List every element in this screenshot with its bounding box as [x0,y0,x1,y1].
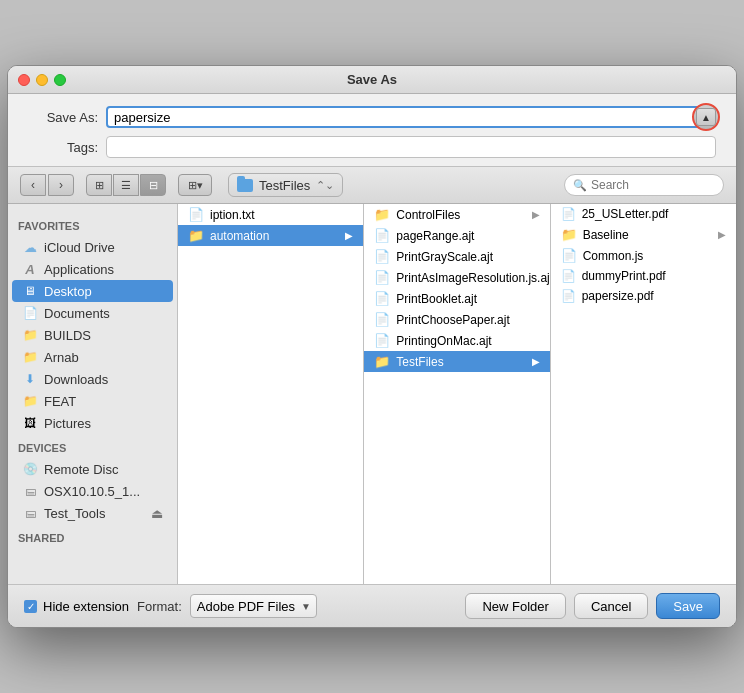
file-item[interactable]: 📄 PrintAsImageResolution.js.ajt [364,267,549,288]
maximize-button[interactable] [54,74,66,86]
location-text: TestFiles [259,178,310,193]
file-name: ControlFiles [396,208,460,222]
file-panel-2: 📁 ControlFiles ▶ 📄 pageRange.ajt 📄 Print… [364,204,550,584]
sidebar-item-documents[interactable]: 📄 Documents [12,302,173,324]
expand-button[interactable]: ▲ [692,103,720,131]
file-icon: 📄 [374,270,390,285]
folder-icon [237,179,253,192]
eject-icon[interactable]: ⏏ [151,506,163,521]
tags-row: Tags: [8,134,736,166]
file-panel-3: 📄 25_USLetter.pdf 📁 Baseline ▶ 📄 Common.… [551,204,736,584]
hide-extension-label: Hide extension [43,599,129,614]
minimize-button[interactable] [36,74,48,86]
file-item[interactable]: 📄 dummyPrint.pdf [551,266,736,286]
apps-icon: A [22,261,38,277]
sidebar-item-label: BUILDS [44,328,91,343]
hide-extension-checkbox[interactable]: ✓ [24,600,37,613]
file-icon: 📄 [374,333,390,348]
folder-icon: 📁 [561,227,577,242]
folder-icon: 📁 [22,349,38,365]
file-item[interactable]: 📄 PrintChoosePaper.ajt [364,309,549,330]
save-as-label: Save As: [28,110,98,125]
toolbar: ‹ › ⊞ ☰ ⊟ ⊞▾ TestFiles ⌃⌄ 🔍 [8,166,736,204]
sidebar-item-desktop[interactable]: 🖥 Desktop [12,280,173,302]
disc-icon: 💿 [22,461,38,477]
cancel-button[interactable]: Cancel [574,593,648,619]
file-icon: 📄 [561,269,576,283]
file-item[interactable]: 📄 iption.txt [178,204,363,225]
file-name: PrintAsImageResolution.js.ajt [396,271,550,285]
sidebar-item-builds[interactable]: 📁 BUILDS [12,324,173,346]
tags-input[interactable] [106,136,716,158]
sidebar-item-label: Pictures [44,416,91,431]
search-box: 🔍 [564,174,724,196]
file-name: dummyPrint.pdf [582,269,666,283]
file-name: 25_USLetter.pdf [582,207,669,221]
sidebar-item-feat[interactable]: 📁 FEAT [12,390,173,412]
file-name: pageRange.ajt [396,229,474,243]
file-icon: 📄 [374,291,390,306]
view-buttons: ⊞ ☰ ⊟ [86,174,166,196]
search-input[interactable] [591,178,715,192]
back-button[interactable]: ‹ [20,174,46,196]
sidebar-item-label: FEAT [44,394,76,409]
file-item[interactable]: 📁 ControlFiles ▶ [364,204,549,225]
file-item[interactable]: 📄 PrintGrayScale.ajt [364,246,549,267]
search-icon: 🔍 [573,179,587,192]
sidebar-item-label: Test_Tools [44,506,105,521]
location-button[interactable]: TestFiles ⌃⌄ [228,173,343,197]
file-item[interactable]: 📄 PrintBooklet.ajt [364,288,549,309]
bottom-bar: ✓ Hide extension Format: Adobe PDF Files… [8,584,736,627]
action-buttons: New Folder Cancel Save [465,593,720,619]
file-item[interactable]: 📄 pageRange.ajt [364,225,549,246]
devices-label: Devices [8,434,177,458]
close-button[interactable] [18,74,30,86]
file-name: Baseline [583,228,629,242]
view-extra-button[interactable]: ⊞▾ [178,174,212,196]
file-panel-1: 📄 iption.txt 📁 automation ▶ [178,204,364,584]
sidebar-item-label: Desktop [44,284,92,299]
chevron-icon: ▶ [345,230,353,241]
file-item[interactable]: 📁 TestFiles ▶ [364,351,549,372]
sidebar-item-arnab[interactable]: 📁 Arnab [12,346,173,368]
file-name: PrintingOnMac.ajt [396,334,491,348]
sidebar-item-pictures[interactable]: 🖼 Pictures [12,412,173,434]
sidebar-item-test-tools[interactable]: 🖴 Test_Tools ⏏ [12,502,173,524]
view-list-button[interactable]: ☰ [113,174,139,196]
view-column-button[interactable]: ⊟ [140,174,166,196]
file-name: Common.js [583,249,644,263]
sidebar-item-label: iCloud Drive [44,240,115,255]
favorites-label: Favorites [8,212,177,236]
file-item[interactable]: 📁 automation ▶ [178,225,363,246]
downloads-icon: ⬇ [22,371,38,387]
file-icon: 📄 [561,289,576,303]
save-button[interactable]: Save [656,593,720,619]
file-item[interactable]: 📄 PrintingOnMac.ajt [364,330,549,351]
file-item[interactable]: 📄 25_USLetter.pdf [551,204,736,224]
sidebar-item-remote-disc[interactable]: 💿 Remote Disc [12,458,173,480]
nav-buttons: ‹ › [20,174,74,196]
sidebar-item-icloud-drive[interactable]: iCloud Drive [12,236,173,258]
shared-label: Shared [8,524,177,548]
expand-icon: ▲ [696,108,716,126]
sidebar-item-osx10[interactable]: 🖴 OSX10.10.5_1... [12,480,173,502]
titlebar: Save As [8,66,736,94]
format-wrap: Adobe PDF Files ▼ [190,594,317,618]
new-folder-button[interactable]: New Folder [465,593,565,619]
sidebar-item-label: Arnab [44,350,79,365]
file-name: PrintChoosePaper.ajt [396,313,509,327]
save-as-input[interactable] [106,106,716,128]
window-title: Save As [347,72,397,87]
save-as-input-wrap: ▲ [106,106,716,128]
forward-button[interactable]: › [48,174,74,196]
file-item[interactable]: 📄 Common.js [551,245,736,266]
file-name: automation [210,229,269,243]
sidebar-item-applications[interactable]: A Applications [12,258,173,280]
file-item[interactable]: 📁 Baseline ▶ [551,224,736,245]
file-item[interactable]: 📄 papersize.pdf [551,286,736,306]
sidebar-item-label: Documents [44,306,110,321]
file-icon: 📄 [374,249,390,264]
format-select[interactable]: Adobe PDF Files [190,594,317,618]
sidebar-item-downloads[interactable]: ⬇ Downloads [12,368,173,390]
view-icon-button[interactable]: ⊞ [86,174,112,196]
